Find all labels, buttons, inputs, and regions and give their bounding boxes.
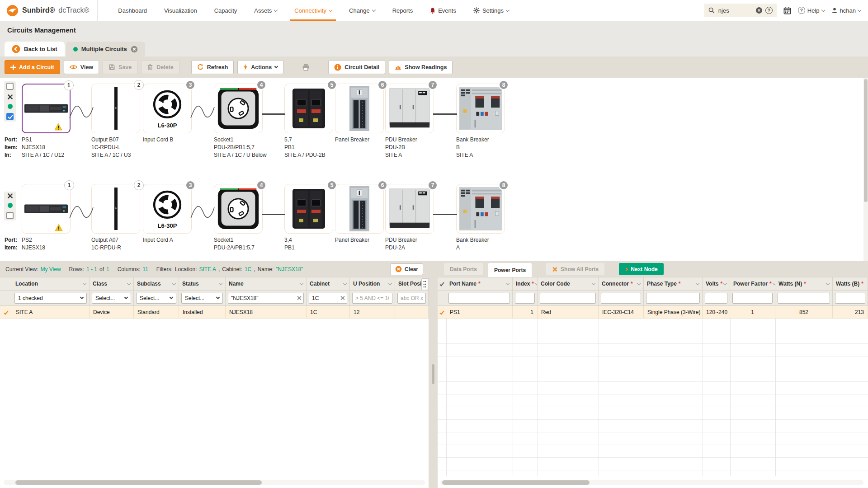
filter-name-value[interactable]: "NJESX18" xyxy=(276,266,303,272)
col-class[interactable]: Class xyxy=(90,277,134,290)
location-filter-select[interactable]: 1 checked xyxy=(14,293,87,304)
items-hscrollbar[interactable] xyxy=(4,480,425,485)
nav-connectivity[interactable]: Connectivity xyxy=(286,0,340,21)
column-menu-button[interactable] xyxy=(421,278,428,290)
node-image-box[interactable]: 6 xyxy=(335,84,384,133)
user-menu[interactable]: hchan xyxy=(831,7,861,14)
col-phase-type[interactable]: Phase Type* xyxy=(644,277,703,290)
show-all-ports-button[interactable]: Show All Ports xyxy=(546,263,604,275)
power-factor-filter-input[interactable] xyxy=(732,293,773,304)
data-ports-tab[interactable]: Data Ports xyxy=(444,263,483,275)
filter-cabinet-value[interactable]: 1C xyxy=(245,266,251,272)
circuit1-select-checkbox[interactable] xyxy=(6,83,14,90)
subclass-filter-select[interactable]: Select... xyxy=(136,293,176,304)
close-icon[interactable] xyxy=(131,46,138,53)
nav-assets[interactable]: Assets xyxy=(245,0,286,21)
clear-filters-button[interactable]: Clear xyxy=(390,263,423,275)
col-power-factor[interactable]: Power Factor* xyxy=(730,277,775,290)
node-image-box[interactable]: 7 xyxy=(385,84,434,133)
node-image-box[interactable]: 1 xyxy=(22,184,71,234)
col-location[interactable]: Location xyxy=(12,277,90,290)
filter-location-value[interactable]: SITE A xyxy=(199,266,216,272)
node-image-box[interactable]: 4 xyxy=(214,184,263,234)
scrollbar-thumb[interactable] xyxy=(442,480,590,485)
next-node-button[interactable]: Next Node xyxy=(619,263,663,275)
connector-filter-input[interactable] xyxy=(601,293,641,304)
name-filter-input[interactable] xyxy=(228,293,304,304)
clear-input-icon[interactable] xyxy=(340,296,345,300)
node-image-box[interactable]: 7 xyxy=(385,184,434,234)
nav-settings[interactable]: Settings xyxy=(465,0,518,21)
nav-change[interactable]: Change xyxy=(340,0,384,21)
item-row-njesx18[interactable]: SITE A Device Standard Installed NJESX18… xyxy=(0,306,429,319)
add-circuit-button[interactable]: Add a Circuit xyxy=(5,60,60,74)
circuit-detail-button[interactable]: Circuit Detail xyxy=(328,60,385,74)
col-port-name[interactable]: Port Name* xyxy=(446,277,513,290)
node-image-box[interactable]: 8 xyxy=(456,184,505,234)
circuit2-select-checkbox[interactable] xyxy=(6,212,14,219)
current-view-value[interactable]: My View xyxy=(40,266,61,272)
nav-events[interactable]: Events xyxy=(421,0,465,21)
search-help-icon[interactable]: ? xyxy=(765,7,773,14)
remove-icon[interactable] xyxy=(7,94,13,100)
delete-button[interactable]: Delete xyxy=(141,60,179,74)
node-image-box[interactable]: 6 xyxy=(335,184,384,234)
panel-splitter[interactable] xyxy=(429,261,438,488)
class-filter-select[interactable]: Select... xyxy=(92,293,131,304)
nav-dashboard[interactable]: Dashboard xyxy=(109,0,156,21)
col-volts[interactable]: Volts* xyxy=(703,277,730,290)
save-button[interactable]: Save xyxy=(103,60,137,74)
col-connector[interactable]: Connector* xyxy=(599,277,644,290)
calendar-icon[interactable] xyxy=(783,7,791,14)
status-filter-select[interactable]: Select... xyxy=(181,293,223,304)
phase-type-filter-input[interactable] xyxy=(646,293,700,304)
node-image-box[interactable]: 5 xyxy=(284,184,333,234)
watts-b-filter-input[interactable] xyxy=(835,293,865,304)
col-watts-b[interactable]: Watts (B)* xyxy=(833,277,868,290)
view-button[interactable]: View xyxy=(64,60,99,74)
col-subclass[interactable]: Subclass xyxy=(134,277,179,290)
back-to-list-tab[interactable]: Back to List xyxy=(5,42,65,56)
node-image-box[interactable]: 8 xyxy=(456,84,505,133)
canvas-scrollbar[interactable] xyxy=(863,78,868,261)
port-row-ps1[interactable]: PS1 1 Red IEC-320-C14 Single Phase (3-Wi… xyxy=(438,306,868,319)
col-color-code[interactable]: Color Code xyxy=(538,277,599,290)
col-u-position[interactable]: U Position xyxy=(350,277,395,290)
node-image-box[interactable]: 3 XGY L6-30P xyxy=(143,184,192,234)
slot-position-filter-input[interactable] xyxy=(397,293,426,304)
node-image-box[interactable]: 3 XGY L6-30P xyxy=(143,84,192,133)
ports-hscrollbar[interactable] xyxy=(440,480,863,485)
volts-filter-input[interactable] xyxy=(705,293,727,304)
col-name[interactable]: Name xyxy=(226,277,307,290)
col-cabinet[interactable]: Cabinet xyxy=(307,277,350,290)
search-input[interactable] xyxy=(717,7,753,14)
col-watts-n[interactable]: Watts (N)* xyxy=(775,277,833,290)
node-image-box[interactable]: 4 xyxy=(214,84,263,133)
nav-reports[interactable]: Reports xyxy=(384,0,422,21)
col-index[interactable]: Index* xyxy=(513,277,538,290)
index-filter-input[interactable] xyxy=(515,293,535,304)
multiple-circuits-tab[interactable]: Multiple Circuits xyxy=(66,42,145,56)
power-ports-tab[interactable]: Power Ports xyxy=(488,263,532,277)
nav-visualization[interactable]: Visualization xyxy=(156,0,206,21)
color-code-filter-input[interactable] xyxy=(540,293,596,304)
scrollbar-thumb[interactable] xyxy=(15,480,262,485)
show-readings-button[interactable]: Show Readings xyxy=(389,60,453,74)
node-image-box[interactable]: 2 xyxy=(91,84,140,133)
refresh-button[interactable]: Refresh xyxy=(191,60,234,74)
clear-search-icon[interactable] xyxy=(755,7,763,14)
port-name-filter-input[interactable] xyxy=(448,293,510,304)
node-image-box[interactable]: 5 xyxy=(284,84,333,133)
print-button[interactable] xyxy=(298,60,314,74)
scrollbar-thumb[interactable] xyxy=(864,79,868,202)
nav-capacity[interactable]: Capacity xyxy=(206,0,246,21)
node-image-box[interactable]: 2 xyxy=(91,184,140,234)
col-status[interactable]: Status xyxy=(179,277,226,290)
actions-button[interactable]: Actions xyxy=(237,60,283,74)
help-menu[interactable]: ? Help xyxy=(798,7,825,14)
circuit1-checked-checkbox[interactable] xyxy=(6,113,14,120)
remove-icon[interactable] xyxy=(7,193,13,199)
clear-input-icon[interactable] xyxy=(297,296,302,300)
u-position-filter-input[interactable] xyxy=(352,293,392,304)
watts-n-filter-input[interactable] xyxy=(778,293,830,304)
